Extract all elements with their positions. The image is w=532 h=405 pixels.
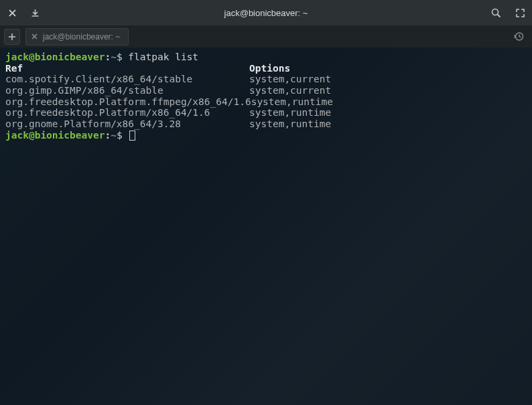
tabbar: jack@bionicbeaver: ~ — [0, 25, 532, 48]
search-icon[interactable] — [490, 7, 501, 18]
prompt-sep: : — [105, 130, 111, 141]
close-icon[interactable] — [7, 7, 17, 18]
table-row: org.gnome.Platform/x86_64/3.28system,run… — [5, 118, 527, 130]
table-row: org.freedesktop.Platform.ffmpeg/x86_64/1… — [5, 96, 527, 108]
tab-terminal[interactable]: jack@bionicbeaver: ~ — [25, 28, 129, 46]
table-row: org.freedesktop.Platform/x86_64/1.6syste… — [5, 107, 527, 118]
titlebar-right-controls — [490, 7, 525, 18]
prompt-user: jack@bionicbeaver — [5, 52, 105, 62]
prompt-dollar: $ — [117, 130, 123, 141]
window-title: jack@bionicbeaver: ~ — [224, 8, 308, 18]
table-row: org.gimp.GIMP/x86_64/stablesystem,curren… — [5, 85, 527, 96]
history-icon[interactable] — [514, 31, 524, 42]
fullscreen-icon[interactable] — [515, 7, 525, 18]
tab-close-icon[interactable] — [31, 32, 38, 42]
prompt-user: jack@bionicbeaver — [5, 130, 105, 141]
command-text: flatpak list — [128, 52, 198, 62]
titlebar-left-controls — [7, 7, 40, 18]
titlebar: jack@bionicbeaver: ~ — [0, 0, 532, 25]
prompt-path: ~ — [111, 52, 117, 62]
prompt-sep: : — [105, 52, 111, 62]
svg-point-0 — [492, 9, 498, 15]
download-icon[interactable] — [29, 7, 40, 18]
new-tab-button[interactable] — [4, 29, 20, 45]
prompt-dollar: $ — [117, 52, 123, 62]
header-options: Options — [249, 63, 290, 74]
header-ref: Ref — [5, 63, 249, 74]
prompt-path: ~ — [111, 130, 117, 141]
terminal-window: jack@bionicbeaver: ~ jack@bionicbeaver: … — [0, 0, 532, 405]
table-row: com.spotify.Client/x86_64/stablesystem,c… — [5, 74, 527, 85]
tab-label: jack@bionicbeaver: ~ — [43, 32, 120, 42]
terminal-output[interactable]: jack@bionicbeaver:~$ flatpak listRefOpti… — [0, 48, 532, 405]
cursor — [129, 131, 135, 141]
